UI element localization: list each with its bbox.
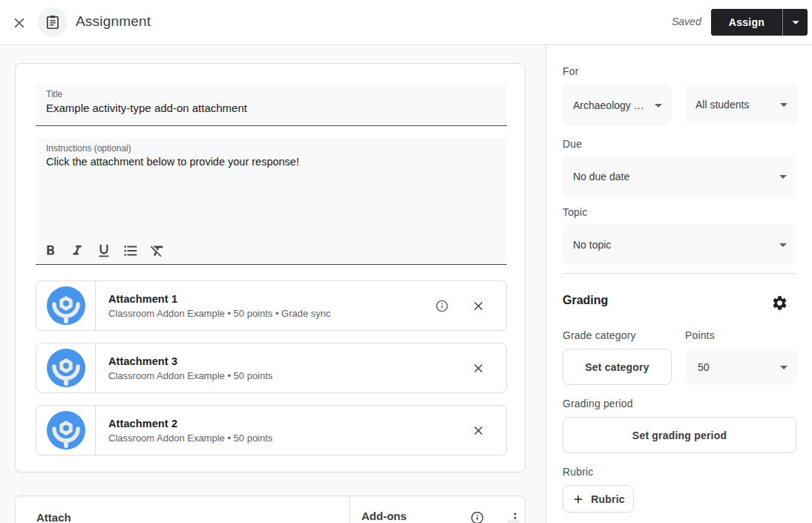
attachment-text: Attachment 3 Classroom Addon Example • 5… bbox=[96, 343, 465, 392]
clear-formatting-button[interactable] bbox=[147, 240, 168, 261]
due-label: Due bbox=[563, 138, 582, 150]
addon-tool-icon bbox=[47, 411, 85, 450]
set-category-button[interactable]: Set category bbox=[563, 349, 672, 385]
close-button[interactable] bbox=[9, 13, 30, 33]
info-icon bbox=[470, 510, 485, 523]
italic-button[interactable] bbox=[67, 240, 88, 261]
due-date-select[interactable]: No due date bbox=[563, 156, 796, 197]
remove-attachment-button[interactable] bbox=[465, 292, 491, 319]
title-field-label: Title bbox=[46, 89, 62, 99]
instructions-field[interactable]: Instructions (optional) Click the attach… bbox=[36, 138, 507, 265]
attachment-card[interactable]: Attachment 1 Classroom Addon Example • 5… bbox=[36, 280, 507, 331]
dropdown-arrow-icon bbox=[775, 96, 793, 114]
header-bar: Assignment Saved Assign bbox=[0, 0, 812, 45]
assignment-form-card: Title Example activity-type add-on attac… bbox=[15, 63, 525, 473]
attachment-meta: Classroom Addon Example • 50 points • Gr… bbox=[108, 308, 428, 319]
gear-icon bbox=[771, 295, 788, 312]
add-rubric-button-label: Rubric bbox=[591, 493, 625, 505]
addon-tool-icon bbox=[47, 349, 85, 387]
assign-dropdown-button[interactable] bbox=[782, 9, 808, 36]
attachment-icon-cell bbox=[36, 406, 96, 455]
add-rubric-button[interactable]: Rubric bbox=[563, 485, 634, 513]
attachment-card[interactable]: Attachment 3 Classroom Addon Example • 5… bbox=[36, 343, 507, 393]
dropdown-arrow-icon bbox=[788, 14, 804, 30]
dropdown-arrow-icon bbox=[774, 236, 792, 254]
clear-formatting-icon bbox=[149, 243, 166, 259]
topic-value: No topic bbox=[573, 239, 774, 251]
scroll-peek-element bbox=[508, 519, 520, 523]
page-title: Assignment bbox=[76, 13, 151, 30]
grading-settings-button[interactable] bbox=[764, 288, 794, 318]
class-select-value: Archaeology … bbox=[573, 99, 649, 111]
grade-category-label: Grade category bbox=[563, 329, 636, 341]
format-bold-icon bbox=[42, 243, 59, 259]
grading-heading: Grading bbox=[563, 294, 608, 307]
attachment-info-button[interactable] bbox=[428, 292, 455, 319]
assignment-icon bbox=[45, 14, 61, 30]
assignment-editor-page: Assignment Saved Assign Title Example ac… bbox=[0, 0, 812, 523]
attachment-title: Attachment 3 bbox=[108, 355, 465, 367]
attachment-actions bbox=[465, 406, 506, 455]
topic-label: Topic bbox=[563, 206, 587, 218]
formatting-toolbar bbox=[40, 240, 168, 261]
bold-button[interactable] bbox=[40, 240, 61, 261]
attachment-meta: Classroom Addon Example • 50 points bbox=[108, 370, 465, 381]
set-grading-period-button[interactable]: Set grading period bbox=[563, 417, 796, 453]
attachment-title: Attachment 2 bbox=[108, 418, 465, 430]
due-date-value: No due date bbox=[573, 171, 774, 182]
remove-attachment-button[interactable] bbox=[465, 417, 491, 444]
attachment-card[interactable]: Attachment 2 Classroom Addon Example • 5… bbox=[36, 405, 507, 455]
info-icon bbox=[435, 299, 449, 313]
close-icon bbox=[471, 424, 485, 438]
attachment-icon-cell bbox=[36, 281, 96, 330]
section-divider bbox=[563, 273, 796, 274]
addons-section-label: Add-ons bbox=[361, 510, 407, 522]
saved-status: Saved bbox=[672, 16, 701, 27]
attachment-icon-cell bbox=[36, 343, 96, 392]
plus-icon bbox=[572, 493, 585, 506]
attachment-text: Attachment 2 Classroom Addon Example • 5… bbox=[96, 406, 465, 455]
dropdown-arrow-icon bbox=[649, 96, 667, 114]
format-underline-icon bbox=[96, 243, 112, 259]
attachment-meta: Classroom Addon Example • 50 points bbox=[108, 432, 465, 444]
students-select-value: All students bbox=[695, 99, 775, 111]
topic-select[interactable]: No topic bbox=[563, 224, 796, 265]
for-label: For bbox=[563, 65, 578, 77]
assign-split-button: Assign bbox=[711, 9, 808, 36]
close-icon bbox=[11, 15, 27, 31]
assign-button[interactable]: Assign bbox=[711, 9, 782, 36]
points-value: 50 bbox=[698, 361, 775, 373]
instructions-field-value: Click the attachment below to provide yo… bbox=[46, 156, 299, 168]
format-italic-icon bbox=[69, 243, 85, 259]
main-pane: Title Example activity-type add-on attac… bbox=[0, 46, 546, 523]
assignment-icon-badge bbox=[38, 7, 68, 37]
title-field-value: Example activity-type add-on attachment bbox=[46, 102, 247, 114]
attachment-actions bbox=[428, 281, 506, 330]
attach-bar-card: Attach Add-ons bbox=[15, 496, 525, 523]
addons-info-button[interactable] bbox=[464, 504, 491, 523]
points-select[interactable]: 50 bbox=[685, 349, 797, 385]
class-select[interactable]: Archaeology … bbox=[563, 85, 672, 126]
remove-attachment-button[interactable] bbox=[465, 355, 491, 381]
students-select[interactable]: All students bbox=[685, 84, 797, 125]
points-label: Points bbox=[685, 329, 715, 341]
bulleted-list-button[interactable] bbox=[120, 240, 141, 261]
attach-bar-divider bbox=[350, 496, 350, 523]
title-field[interactable]: Title Example activity-type add-on attac… bbox=[36, 84, 507, 126]
grading-period-label: Grading period bbox=[563, 398, 633, 409]
attachment-title: Attachment 1 bbox=[108, 293, 428, 305]
bulleted-list-icon bbox=[122, 243, 139, 259]
instructions-field-label: Instructions (optional) bbox=[46, 143, 131, 154]
dropdown-arrow-icon bbox=[774, 168, 792, 185]
underline-button[interactable] bbox=[94, 240, 114, 261]
close-icon bbox=[471, 299, 485, 313]
attachment-actions bbox=[465, 343, 506, 392]
dropdown-arrow-icon bbox=[775, 358, 793, 376]
close-icon bbox=[471, 361, 485, 375]
rubric-label: Rubric bbox=[563, 466, 593, 478]
attachment-text: Attachment 1 Classroom Addon Example • 5… bbox=[96, 281, 428, 330]
settings-sidebar: For Archaeology … All students Due No du… bbox=[546, 46, 812, 523]
addon-tool-icon bbox=[47, 286, 85, 325]
attach-section-label: Attach bbox=[36, 511, 71, 523]
